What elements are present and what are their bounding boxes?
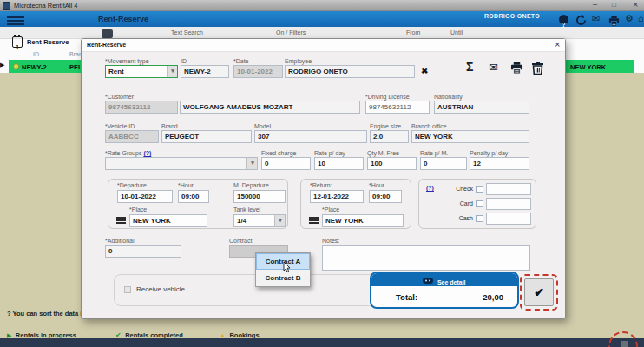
mail-icon[interactable]: ✉ xyxy=(592,13,600,24)
nationality-field[interactable]: AUSTRIAN xyxy=(434,101,529,114)
departure-place-label: *Place xyxy=(129,206,147,213)
brand-label: Brand xyxy=(161,123,178,129)
text-caret xyxy=(325,247,325,256)
qty-m-free-field[interactable]: 100 xyxy=(367,157,417,170)
check-checkbox[interactable] xyxy=(476,186,483,193)
departure-hour-label: *Hour xyxy=(178,182,194,188)
date-field: 10-01-2022 xyxy=(233,65,283,78)
additional-field[interactable]: 0 xyxy=(105,245,181,258)
check-label: Check xyxy=(430,186,473,192)
return-label: *Return: xyxy=(310,182,332,188)
app-bar: Rent-Reserve RODRIGO ONETO ? ✉ ⚙ ⌂ xyxy=(0,11,644,27)
check-amount-field[interactable] xyxy=(486,183,531,195)
help-icon[interactable]: ? xyxy=(559,15,568,24)
total-value: 20,00 xyxy=(483,292,503,302)
filter-bar: Text Search On / Filters From Until xyxy=(0,27,644,39)
id-field[interactable]: NEWY-2 xyxy=(181,65,229,78)
list-icon[interactable] xyxy=(116,217,126,224)
row-status-icon xyxy=(13,63,19,69)
notes-textarea[interactable] xyxy=(322,245,530,271)
rate-groups-label: *Rate Groups (?) xyxy=(105,150,151,156)
engine-size-field[interactable]: 2.0 xyxy=(370,130,409,143)
departure-label: *Departure xyxy=(117,182,147,188)
sum-icon[interactable]: Σ xyxy=(466,60,473,74)
maximize-icon[interactable]: □ xyxy=(612,1,616,9)
table-header-id: ID xyxy=(33,51,39,57)
penalty-per-day-field[interactable]: 12 xyxy=(470,157,529,170)
movement-type-label: *Movement type xyxy=(105,58,149,64)
return-place-field[interactable]: NEW YORK xyxy=(322,214,404,227)
rate-per-m-field[interactable]: 0 xyxy=(420,157,467,170)
home-icon[interactable]: ⌂ xyxy=(638,13,644,23)
payment-group: (?) Check Card Cash xyxy=(418,179,536,229)
trash-icon[interactable] xyxy=(532,62,543,78)
status-hint: ? You can sort the data i xyxy=(7,310,82,318)
dialog-title: Rent-Reserve xyxy=(87,42,126,48)
contract-label: Contract xyxy=(229,238,252,244)
rate-per-day-field[interactable]: 10 xyxy=(314,157,364,170)
total-widget: See detail Total: 20,00 xyxy=(370,272,519,309)
cash-checkbox[interactable] xyxy=(476,215,483,222)
additional-label: *Additional xyxy=(105,238,134,244)
fixed-charge-field[interactable]: 0 xyxy=(261,157,311,170)
penalty-per-day-label: Penalty p/ day xyxy=(470,150,508,156)
confirm-button[interactable]: ✔ xyxy=(524,278,554,306)
app-bar-title: Rent-Reserve xyxy=(98,15,148,23)
nav-rent-reserve-label: Rent-Reserve xyxy=(27,38,69,46)
filter-text-search-label: Text Search xyxy=(171,29,203,36)
rate-groups-help-link[interactable]: (?) xyxy=(143,150,151,156)
contract-menu: Contract A Contract B xyxy=(255,252,311,287)
customer-code-field: 98745632112 xyxy=(105,101,178,114)
chevron-down-icon[interactable]: ▾ xyxy=(167,65,178,78)
model-field[interactable]: 307 xyxy=(254,130,367,143)
driving-license-field[interactable]: 98745632112 xyxy=(365,101,430,114)
return-hour-field[interactable]: 09:00 xyxy=(369,190,402,203)
row-branch-cell: NEW YORK xyxy=(570,63,606,71)
m-departure-field[interactable]: 150000 xyxy=(233,190,286,203)
hidden-toolbar-icon[interactable] xyxy=(102,29,113,38)
print-icon[interactable] xyxy=(510,62,523,77)
branch-office-label: Branch office xyxy=(411,123,447,129)
customer-label: *Customer xyxy=(105,94,134,100)
nav-rent-reserve-button[interactable]: 1 Rent-Reserve xyxy=(12,36,90,49)
departure-hour-field[interactable]: 09:00 xyxy=(178,190,209,203)
mail-icon[interactable]: ✉ xyxy=(489,61,498,74)
chevron-down-icon[interactable]: ▾ xyxy=(246,157,258,170)
m-departure-label: M. Departure xyxy=(233,182,269,188)
engine-size-label: Engine size xyxy=(370,123,401,129)
movement-type-select[interactable]: Rent ▾ xyxy=(105,65,178,78)
branch-office-field[interactable]: NEW YORK xyxy=(411,130,529,143)
annotation-inner-icon xyxy=(621,341,628,347)
rent-reserve-dialog: Rent-Reserve × Σ ✉ *Movement type Rent ▾… xyxy=(81,38,566,319)
return-date-field[interactable]: 12-01-2022 xyxy=(310,190,364,203)
brand-field[interactable]: PEUGEOT xyxy=(161,130,252,143)
list-icon[interactable] xyxy=(309,217,319,224)
cash-amount-field[interactable] xyxy=(486,213,531,225)
app-icon xyxy=(3,2,10,10)
receive-vehicle-checkbox[interactable] xyxy=(124,286,131,293)
close-window-icon[interactable]: × xyxy=(633,0,638,10)
rate-groups-select[interactable]: ▾ xyxy=(105,157,258,170)
minimize-icon[interactable]: – xyxy=(593,0,597,9)
qty-m-free-label: Qty M. Free xyxy=(367,150,399,156)
return-place-label: *Place xyxy=(322,206,339,213)
see-detail-button[interactable]: See detail xyxy=(371,273,517,286)
cash-label: Cash xyxy=(430,215,473,221)
settings-icon[interactable]: ⚙ xyxy=(625,13,634,24)
menu-item-contract-a[interactable]: Contract A xyxy=(256,253,310,270)
play-icon: ▶ xyxy=(7,332,11,338)
menu-icon[interactable] xyxy=(7,15,24,27)
card-checkbox[interactable] xyxy=(476,200,483,207)
close-icon[interactable]: × xyxy=(555,39,560,49)
tank-level-select[interactable]: 1/4 ▾ xyxy=(233,214,286,227)
card-amount-field[interactable] xyxy=(486,198,531,210)
driving-license-label: *Driving License xyxy=(365,94,410,100)
departure-place-field[interactable]: NEW YORK xyxy=(129,214,207,227)
departure-date-field[interactable]: 10-01-2022 xyxy=(117,190,173,203)
customer-name-field[interactable]: WOLFGANG AMADEUS MOZART xyxy=(180,101,360,114)
nationality-label: Nationality xyxy=(434,94,463,100)
employee-field[interactable]: RODRIGO ONETO xyxy=(285,65,415,78)
chevron-down-icon[interactable]: ▾ xyxy=(274,214,286,227)
vehicle-id-label: *Vehicle ID xyxy=(105,123,135,129)
clear-employee-icon[interactable]: ✖ xyxy=(421,66,428,75)
